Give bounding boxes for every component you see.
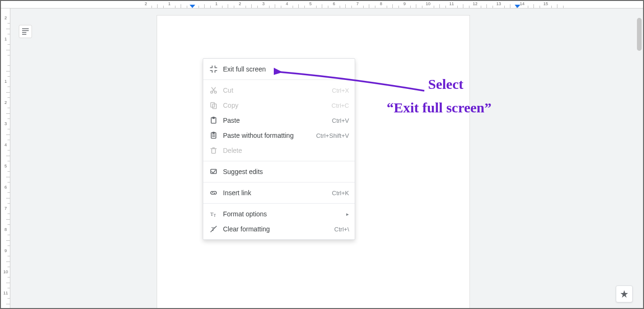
paste-plain-icon <box>209 131 218 140</box>
h-ruler-tick: 13 <box>498 1 499 8</box>
h-ruler-label: 12 <box>472 1 478 6</box>
paste-icon <box>209 116 218 125</box>
v-ruler-label: 5 <box>3 164 8 168</box>
h-ruler-tick: 6 <box>334 1 334 8</box>
h-ruler-minor-tick <box>316 1 317 8</box>
clear-format-icon: T <box>209 224 218 234</box>
outline-icon <box>22 28 29 35</box>
h-ruler-minor-tick <box>398 1 399 8</box>
h-ruler-minor-tick <box>222 1 223 8</box>
h-ruler-minor-tick <box>228 1 228 8</box>
annotation-text-line1: Select <box>428 74 463 94</box>
h-ruler-minor-tick <box>375 1 375 8</box>
horizontal-ruler[interactable]: 21123456789101112131415 <box>1 1 643 8</box>
h-ruler-tick: 10 <box>428 1 428 8</box>
menu-item-suggest-edits[interactable]: Suggest edits <box>203 164 355 179</box>
menu-item-shortcut: Ctrl+Shift+V <box>316 132 349 139</box>
h-ruler-tick: 11 <box>451 1 452 8</box>
h-ruler-minor-tick <box>251 1 252 8</box>
h-ruler-minor-tick <box>363 1 364 8</box>
menu-item-exit-full-screen[interactable]: Exit full screen <box>203 62 355 77</box>
h-ruler-minor-tick <box>392 1 393 8</box>
copy-icon <box>209 101 218 110</box>
h-ruler-label: 7 <box>354 1 361 6</box>
vertical-scrollbar[interactable] <box>636 8 643 308</box>
svg-marker-25 <box>620 290 628 298</box>
v-ruler-label: 1 <box>3 37 8 41</box>
menu-item-paste[interactable]: PasteCtrl+V <box>203 113 355 128</box>
menu-item-copy: CopyCtrl+C <box>203 98 355 113</box>
h-ruler-tick: 1 <box>169 1 169 8</box>
h-ruler-tick: 3 <box>263 1 263 8</box>
menu-item-label: Paste <box>223 117 332 124</box>
h-ruler-tick: 12 <box>475 1 475 8</box>
h-ruler-minor-tick <box>504 1 505 8</box>
scrollbar-thumb[interactable] <box>637 18 642 51</box>
svg-rect-13 <box>213 132 215 134</box>
h-ruler-minor-tick <box>340 1 340 8</box>
h-ruler-minor-tick <box>322 1 322 8</box>
h-ruler-minor-tick <box>246 1 246 8</box>
h-ruler-tick: 4 <box>286 1 287 8</box>
h-ruler-label: 3 <box>260 1 267 6</box>
annotation-text-line2: “Exit full screen” <box>387 98 492 118</box>
v-ruler-label: 11 <box>3 291 8 295</box>
vertical-ruler[interactable]: 2112345678910111213 <box>1 8 10 308</box>
menu-item-clear-formatting[interactable]: TClear formattingCtrl+\ <box>203 222 355 237</box>
menu-item-cut: CutCtrl+X <box>203 83 355 98</box>
menu-item-paste-without-formatting[interactable]: Paste without formattingCtrl+Shift+V <box>203 128 355 143</box>
h-ruler-minor-tick <box>416 1 416 8</box>
h-ruler-minor-tick <box>181 1 181 8</box>
h-ruler-minor-tick <box>481 1 481 8</box>
h-ruler-label: 1 <box>166 1 173 6</box>
h-ruler-minor-tick <box>204 1 205 8</box>
h-ruler-minor-tick <box>163 1 164 8</box>
h-ruler-minor-tick <box>304 1 305 8</box>
h-ruler-tick: 1 <box>216 1 216 8</box>
h-ruler-minor-tick <box>510 1 510 8</box>
menu-item-label: Suggest edits <box>223 168 349 175</box>
exit-fullscreen-icon <box>209 64 218 74</box>
menu-separator <box>203 79 355 80</box>
menu-item-label: Exit full screen <box>223 65 349 73</box>
v-ruler-label: 8 <box>3 227 8 232</box>
indent-marker[interactable] <box>190 5 195 8</box>
h-ruler-minor-tick <box>434 1 434 8</box>
menu-item-shortcut: Ctrl+K <box>332 190 349 197</box>
h-ruler-minor-tick <box>151 1 152 8</box>
context-menu: Exit full screenCutCtrl+XCopyCtrl+CPaste… <box>203 58 355 240</box>
menu-item-label: Copy <box>223 102 332 109</box>
menu-item-insert-link[interactable]: Insert linkCtrl+K <box>203 185 355 200</box>
document-canvas[interactable]: Exit full screenCutCtrl+XCopyCtrl+CPaste… <box>10 8 643 308</box>
h-ruler-minor-tick <box>175 1 175 8</box>
menu-item-shortcut: Ctrl+\ <box>334 226 349 233</box>
h-ruler-minor-tick <box>345 1 346 8</box>
h-ruler-minor-tick <box>269 1 270 8</box>
show-outline-button[interactable] <box>19 25 32 38</box>
menu-item-delete: Delete <box>203 143 355 158</box>
h-ruler-minor-tick <box>199 1 199 8</box>
indent-marker[interactable] <box>515 5 520 8</box>
menu-separator <box>203 182 355 182</box>
v-ruler-label: 4 <box>3 143 8 147</box>
h-ruler-minor-tick <box>351 1 352 8</box>
h-ruler-tick: 2 <box>145 1 146 8</box>
h-ruler-label: 2 <box>237 1 243 6</box>
format-icon: TT <box>209 209 218 219</box>
h-ruler-label: 15 <box>542 1 549 6</box>
menu-separator <box>203 161 355 161</box>
menu-item-label: Cut <box>223 87 332 94</box>
submenu-arrow-icon: ▸ <box>346 211 349 217</box>
menu-item-format-options[interactable]: TTFormat options▸ <box>203 206 355 222</box>
h-ruler-label: 11 <box>448 1 455 6</box>
h-ruler-minor-tick <box>187 1 187 8</box>
h-ruler-tick: 2 <box>239 1 240 8</box>
explore-button[interactable] <box>616 285 633 302</box>
h-ruler-minor-tick <box>551 1 552 8</box>
menu-item-shortcut: Ctrl+V <box>332 117 349 124</box>
h-ruler-minor-tick <box>369 1 369 8</box>
h-ruler-minor-tick <box>281 1 281 8</box>
v-ruler-label: 1 <box>3 79 8 84</box>
h-ruler-minor-tick <box>457 1 458 8</box>
h-ruler-minor-tick <box>557 1 557 8</box>
